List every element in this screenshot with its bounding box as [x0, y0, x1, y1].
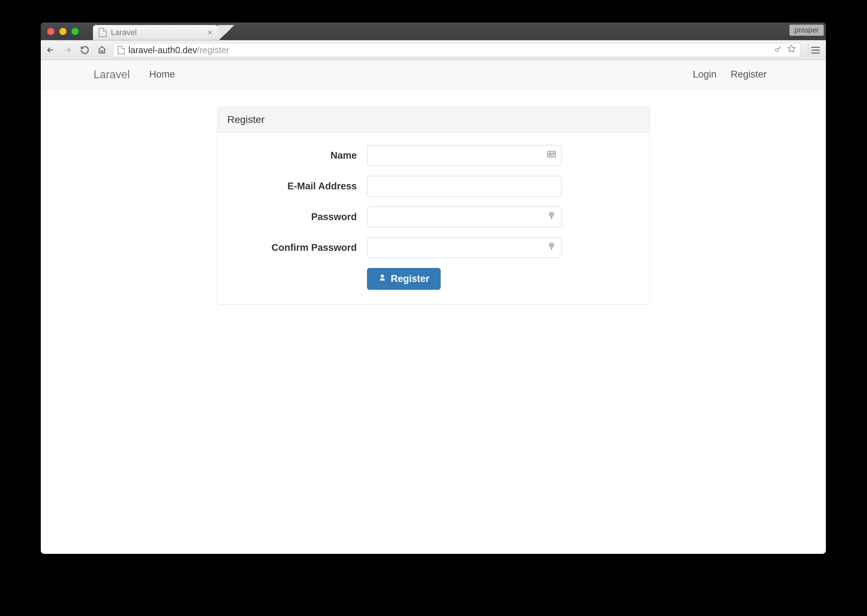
password-key-icon[interactable] — [774, 45, 783, 55]
profile-chip[interactable]: prosper — [790, 25, 824, 36]
svg-point-5 — [549, 243, 554, 247]
home-button[interactable] — [96, 44, 108, 56]
contact-card-icon — [547, 149, 556, 162]
address-bar[interactable]: laravel-auth0.dev/register — [113, 43, 801, 57]
keychain-icon — [547, 211, 556, 223]
name-input[interactable] — [367, 145, 561, 166]
email-label: E-Mail Address — [227, 181, 367, 192]
page-content: Laravel Home Login Register Register Nam… — [41, 60, 826, 554]
svg-point-3 — [549, 212, 554, 217]
confirm-password-input[interactable] — [367, 237, 561, 258]
browser-toolbar: laravel-auth0.dev/register — [41, 40, 826, 60]
url-host: laravel-auth0.dev — [128, 45, 197, 55]
bookmark-star-icon[interactable] — [787, 44, 796, 56]
confirm-password-label: Confirm Password — [227, 242, 367, 253]
window-maximize-button[interactable] — [71, 28, 79, 35]
forward-button[interactable] — [61, 44, 74, 56]
brand-link[interactable]: Laravel — [94, 68, 130, 81]
window-close-button[interactable] — [47, 28, 54, 35]
menu-button[interactable] — [808, 43, 822, 57]
nav-login-link[interactable]: Login — [686, 65, 723, 83]
browser-tab[interactable]: Laravel × — [93, 25, 218, 40]
app-navbar: Laravel Home Login Register — [41, 60, 826, 89]
tab-title: Laravel — [111, 28, 137, 37]
window-minimize-button[interactable] — [59, 28, 66, 35]
browser-window: Laravel × prosper laravel-aut — [41, 22, 826, 554]
reload-button[interactable] — [79, 44, 91, 56]
page-icon — [99, 28, 107, 37]
email-input[interactable] — [367, 176, 561, 196]
name-label: Name — [227, 150, 367, 161]
tab-strip: Laravel × prosper — [41, 22, 826, 40]
svg-point-0 — [776, 49, 778, 52]
nav-register-link[interactable]: Register — [724, 65, 773, 83]
password-input[interactable] — [367, 206, 561, 227]
password-label: Password — [227, 212, 367, 223]
register-panel: Register Name E-Mail — [217, 107, 650, 305]
svg-point-6 — [551, 244, 552, 246]
panel-title: Register — [218, 107, 649, 133]
mac-traffic-lights — [47, 22, 93, 40]
svg-point-4 — [551, 214, 552, 215]
register-button-label: Register — [391, 273, 430, 284]
page-icon — [118, 46, 125, 54]
tab-close-button[interactable]: × — [208, 28, 213, 37]
tab-decoration — [218, 25, 236, 40]
user-icon — [378, 273, 387, 284]
register-button[interactable]: Register — [367, 268, 441, 290]
back-button[interactable] — [44, 44, 57, 56]
nav-home-link[interactable]: Home — [143, 65, 181, 83]
url-path: /register — [197, 45, 229, 55]
url-text: laravel-auth0.dev/register — [128, 45, 229, 55]
keychain-icon — [547, 242, 556, 254]
svg-point-2 — [549, 153, 551, 155]
